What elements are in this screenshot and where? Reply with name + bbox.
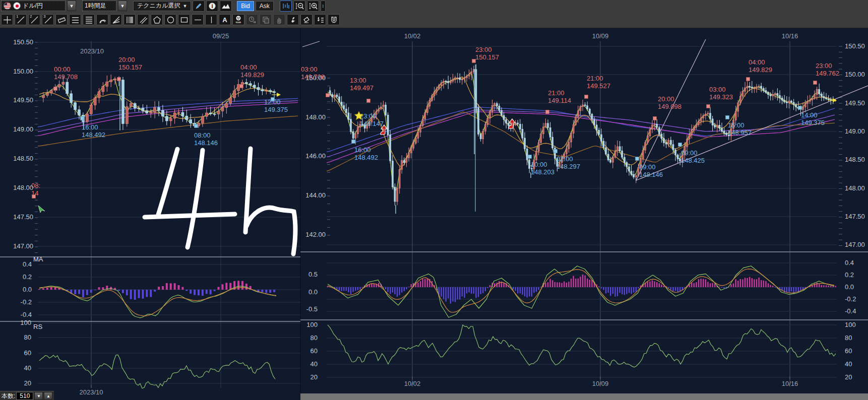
magnet-tool-button[interactable] bbox=[328, 14, 340, 25]
macd-histogram-bar bbox=[448, 287, 449, 298]
axis-label: -0.5 bbox=[306, 305, 318, 313]
timeframe-dropdown-button[interactable]: ▼ bbox=[118, 1, 127, 11]
copy-tool-button[interactable] bbox=[260, 14, 272, 25]
freehand-stroke[interactable] bbox=[145, 214, 235, 217]
candle-body bbox=[161, 110, 164, 116]
candle-body bbox=[410, 148, 412, 153]
info-button[interactable]: i bbox=[206, 1, 218, 12]
polygon-tool-button[interactable] bbox=[151, 14, 163, 25]
icon-stamp-tool-button[interactable]: icon bbox=[232, 14, 244, 25]
trendline-2-tool-button[interactable]: 2 bbox=[28, 14, 40, 25]
macd-histogram-bar bbox=[531, 287, 532, 297]
fib-lines-tool-button[interactable] bbox=[69, 14, 81, 25]
bar-count-increase-button[interactable]: ▲ bbox=[44, 392, 52, 400]
mountain-chart-button[interactable] bbox=[220, 1, 232, 12]
wrench-tool-button[interactable] bbox=[287, 14, 299, 25]
price-marker-square bbox=[678, 143, 682, 147]
candle-scale-button[interactable] bbox=[280, 1, 292, 12]
fib-fan-tool-button[interactable] bbox=[110, 14, 122, 25]
fib-retracement-tool-button[interactable] bbox=[83, 14, 95, 25]
macd-histogram-bar bbox=[462, 287, 463, 296]
crosshair-tool-button[interactable] bbox=[1, 14, 13, 25]
timeframe-select[interactable]: 1時間足 bbox=[82, 1, 116, 11]
magnet-icon bbox=[330, 16, 338, 24]
candle-body bbox=[626, 162, 628, 167]
macd-histogram-bar bbox=[661, 285, 662, 287]
fib-arc-tool-button[interactable] bbox=[96, 14, 108, 25]
macd-histogram-bar bbox=[775, 287, 776, 288]
fib-timezone-tool-button[interactable] bbox=[123, 14, 136, 25]
hand-tool-button[interactable] bbox=[273, 14, 285, 25]
symbol-dropdown-button[interactable]: ▼ bbox=[67, 1, 76, 11]
date-label-bottom: 10/16 bbox=[782, 380, 798, 387]
price-marker-square bbox=[271, 98, 275, 101]
macd-histogram-bar bbox=[756, 279, 757, 287]
marker-time-label: 02:00 bbox=[556, 155, 573, 163]
technical-select-button[interactable]: テクニカル選択 ▼ bbox=[133, 1, 191, 11]
pencil-tool-button[interactable] bbox=[193, 1, 205, 12]
candle-body bbox=[506, 120, 507, 123]
candle-body bbox=[591, 114, 593, 119]
macd-histogram-bar bbox=[747, 278, 748, 287]
zoom-in-button[interactable] bbox=[307, 1, 319, 12]
symbol-pair-select[interactable]: ドル/円 bbox=[1, 1, 66, 11]
date-label-bottom: 10/02 bbox=[404, 380, 421, 387]
ask-button[interactable]: Ask bbox=[256, 1, 274, 11]
rectangle-tool-button[interactable] bbox=[178, 14, 190, 25]
macd-histogram-bar bbox=[578, 279, 579, 287]
candle-body bbox=[273, 92, 276, 93]
candle-body bbox=[190, 120, 192, 123]
trendline-1-tool-button[interactable]: 1 bbox=[15, 14, 27, 25]
axis-label: 20 bbox=[845, 373, 852, 381]
ruler-tool-button[interactable] bbox=[55, 14, 68, 25]
candle-body bbox=[422, 119, 423, 126]
trendline-3-tool-button[interactable]: 3 bbox=[42, 14, 54, 25]
zoom-out-button[interactable] bbox=[293, 1, 305, 12]
axis-scale-button[interactable]: ↕ bbox=[321, 1, 326, 12]
candle-body bbox=[336, 95, 338, 97]
candle-body bbox=[691, 130, 693, 135]
marker-time-label: 04:00 bbox=[240, 63, 257, 71]
candle-body bbox=[471, 72, 472, 74]
macd-histogram-bar bbox=[654, 281, 655, 287]
axis-label: -0.4 bbox=[845, 307, 856, 315]
macd-histogram-bar bbox=[480, 287, 481, 294]
macd-histogram-bar bbox=[82, 290, 84, 297]
candle-body bbox=[448, 81, 449, 83]
channel-tool-button[interactable] bbox=[137, 14, 149, 25]
symbol-pair-label: ドル/円 bbox=[23, 2, 43, 10]
axis-label: 149.50 bbox=[845, 99, 865, 107]
candle-body bbox=[573, 124, 574, 133]
candle-body bbox=[747, 86, 748, 88]
axis-label: 149.50 bbox=[13, 96, 33, 104]
ellipse-tool-button[interactable] bbox=[164, 14, 176, 25]
macd-histogram-bar bbox=[772, 286, 773, 287]
candle-body bbox=[134, 103, 136, 108]
macd-histogram-bar bbox=[98, 287, 100, 290]
macd-histogram-bar bbox=[174, 283, 176, 290]
macd-histogram-bar bbox=[826, 285, 827, 287]
horizontal-line-tool-button[interactable] bbox=[192, 14, 204, 25]
bid-button[interactable]: Bid bbox=[237, 1, 254, 11]
macd-histogram-bar bbox=[670, 287, 671, 290]
macd-histogram-bar bbox=[214, 290, 216, 291]
macd-histogram-bar bbox=[178, 285, 180, 290]
eraser-tool-button[interactable] bbox=[300, 14, 313, 25]
macd-histogram-bar bbox=[94, 290, 96, 290]
candle-body bbox=[603, 141, 604, 148]
candle-body bbox=[793, 102, 794, 104]
text-tool-button[interactable]: A bbox=[219, 14, 231, 25]
price-marker-square bbox=[240, 85, 243, 88]
settings-tool-button[interactable] bbox=[314, 14, 326, 25]
macd-histogram-bar bbox=[237, 281, 239, 290]
macd-histogram-bar bbox=[656, 282, 657, 287]
history-tool-button[interactable] bbox=[246, 14, 258, 25]
macd-histogram-bar bbox=[218, 287, 220, 290]
macd-histogram-bar bbox=[696, 282, 697, 287]
candle-body bbox=[754, 88, 755, 88]
candle-body bbox=[758, 86, 760, 87]
candle-body bbox=[146, 111, 148, 113]
bar-count-decrease-button[interactable]: ▼ bbox=[34, 392, 43, 400]
macd-histogram-bar bbox=[556, 282, 557, 287]
vertical-line-tool-button[interactable] bbox=[205, 14, 217, 25]
